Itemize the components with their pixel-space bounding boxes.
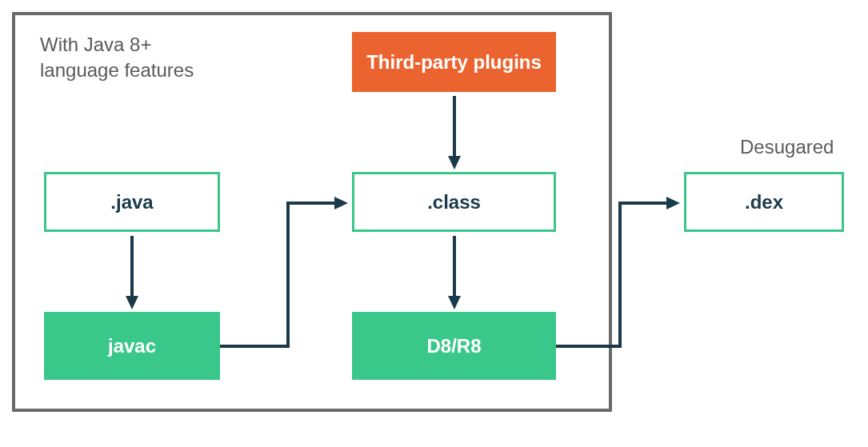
javac-label: javac [108,335,156,357]
svg-marker-7 [666,197,680,210]
class-label: .class [427,191,481,214]
arrow-java-to-javac [128,236,144,312]
plugins-box: Third-party plugins [352,32,556,92]
desugared-label: Desugared [740,136,834,158]
arrow-javac-to-class [220,200,356,352]
arrow-plugins-to-class [450,96,466,172]
arrow-d8r8-to-dex [556,200,692,352]
header-label: With Java 8+ language features [40,32,194,84]
javac-box: javac [44,312,220,380]
plugins-label: Third-party plugins [366,51,542,74]
java-label: .java [110,191,153,214]
svg-marker-4 [448,156,461,170]
class-box: .class [352,172,556,232]
java-box: .java [44,172,220,232]
dex-box: .dex [684,172,844,232]
dex-label: .dex [745,191,783,214]
header-line1: With Java 8+ [40,34,151,55]
d8r8-label: D8/R8 [426,335,481,357]
svg-marker-6 [448,296,461,309]
header-line2: language features [40,59,194,81]
d8r8-box: D8/R8 [352,312,556,380]
arrow-class-to-d8r8 [450,236,466,312]
svg-marker-1 [126,296,138,309]
